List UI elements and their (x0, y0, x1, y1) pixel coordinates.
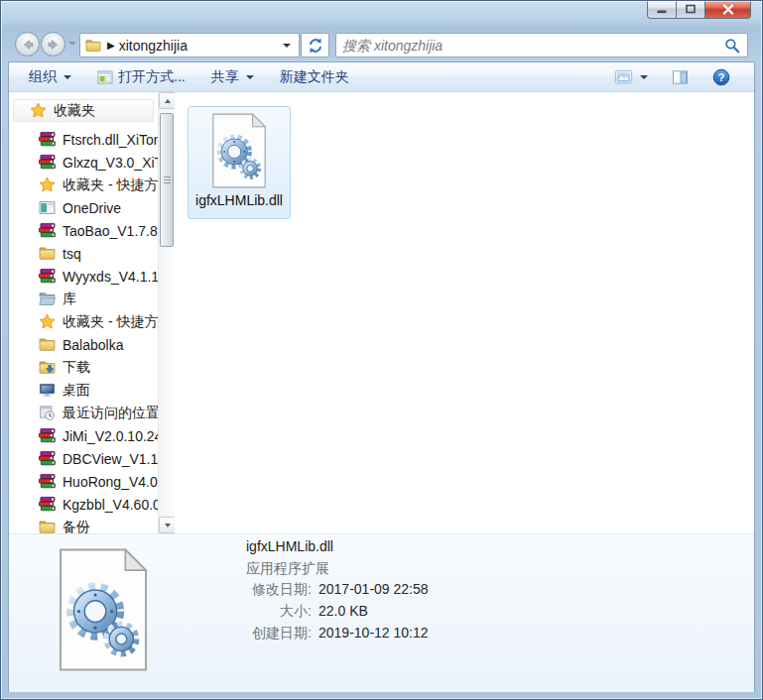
preview-pane-button[interactable] (666, 65, 695, 89)
sidebar-item-label: 最近访问的位置 (63, 405, 158, 422)
winrar-archive-icon (39, 222, 56, 239)
toolbar-left-group: 组织 打开方式... 共享 新建文件夹 (9, 65, 355, 89)
scrollbar-grip (164, 176, 171, 184)
favorites-star-icon (30, 102, 47, 119)
organize-button[interactable]: 组织 (23, 65, 77, 89)
sidebar-item[interactable]: DBCView_V1.1_Xi (9, 447, 158, 470)
sidebar-item[interactable]: 库 (9, 288, 158, 310)
sidebar-item-label: DBCView_V1.1_Xi (63, 451, 158, 467)
search-icon[interactable] (724, 38, 740, 54)
open-with-label: 打开方式... (118, 68, 186, 86)
close-icon (722, 4, 734, 15)
sidebar-group-header[interactable]: 收藏夹 (13, 99, 154, 122)
sidebar-item[interactable]: Glxzq_V3.0_XiTo (9, 151, 158, 174)
file-name-label: igfxLHMLib.dll (195, 192, 283, 208)
chevron-down-icon (640, 75, 648, 79)
sidebar-item-label: Kgzbbl_V4.60.0.5 (63, 497, 158, 513)
new-folder-label: 新建文件夹 (280, 68, 349, 86)
address-bar[interactable]: ▶ xitongzhijia (79, 33, 300, 58)
refresh-icon (308, 38, 323, 54)
scroll-down-button[interactable] (159, 517, 176, 533)
size-value: 22.0 KB (318, 603, 368, 621)
recent-places-icon (39, 405, 56, 421)
open-with-icon (97, 69, 113, 85)
sidebar-item[interactable]: 备份 (9, 516, 158, 533)
sidebar-item-label: HuoRong_V4.0.5 (63, 474, 158, 490)
scroll-up-button[interactable] (159, 92, 176, 109)
details-file-name: igfxLHMLib.dll (246, 538, 333, 554)
minimize-button[interactable] (647, 0, 677, 19)
change-view-button[interactable] (608, 65, 654, 89)
sidebar-item-label: 收藏夹 - 快捷方式 (63, 176, 158, 194)
refresh-button[interactable] (301, 33, 329, 58)
sidebar-item-label: OneDrive (63, 200, 121, 216)
sidebar-item[interactable]: JiMi_V2.0.10.24_1 (9, 424, 158, 447)
onedrive-icon (39, 199, 56, 216)
forward-button[interactable] (41, 32, 65, 57)
details-file-type: 应用程序扩展 (246, 560, 329, 578)
new-folder-button[interactable]: 新建文件夹 (274, 65, 355, 89)
share-button[interactable]: 共享 (205, 65, 260, 89)
size-label: 大小: (158, 603, 312, 621)
sidebar-item[interactable]: Balabolka (9, 333, 158, 356)
views-icon (614, 69, 633, 85)
sidebar-item[interactable]: 桌面 (9, 379, 158, 402)
sidebar-item[interactable]: Ftsrch.dll_XiTong (9, 128, 158, 151)
sidebar-item[interactable]: 收藏夹 - 快捷方式 (9, 310, 158, 333)
details-pane: igfxLHMLib.dll 应用程序扩展 修改日期: 2017-01-09 2… (9, 533, 754, 692)
scrollbar-thumb[interactable] (160, 113, 174, 247)
sidebar-item[interactable]: tsq (9, 242, 158, 265)
sidebar-item[interactable]: 下载 (9, 356, 158, 379)
sidebar-item[interactable]: Wyyxds_V4.1.1.1 (9, 265, 158, 288)
forward-arrow-icon (46, 37, 62, 53)
breadcrumb-separator: ▶ (107, 40, 115, 51)
sidebar-item-label: 备份 (63, 519, 90, 534)
sidebar-scrollbar[interactable] (158, 92, 175, 533)
sidebar-item-label: TaoBao_V1.7.8.1 (63, 223, 158, 239)
sidebar-item[interactable]: 收藏夹 - 快捷方式 (9, 174, 158, 196)
winrar-archive-icon (39, 131, 56, 148)
folder-icon (39, 336, 56, 353)
nav-history-dropdown[interactable] (68, 42, 76, 46)
folder-icon (39, 519, 56, 533)
sidebar-item-label: Balabolka (63, 337, 124, 353)
desktop-icon (39, 382, 56, 399)
favorites-star-icon (39, 313, 56, 330)
search-input[interactable] (336, 38, 724, 54)
created-date-value: 2019-10-12 10:12 (318, 625, 429, 642)
favorites-star-icon (39, 176, 56, 193)
open-with-button[interactable]: 打开方式... (91, 65, 191, 89)
sidebar-item-label: 下载 (63, 359, 90, 377)
maximize-button[interactable] (677, 0, 705, 19)
sidebar-item-label: 收藏夹 (54, 102, 95, 120)
winrar-archive-icon (39, 427, 56, 444)
selected-file-item[interactable]: igfxLHMLib.dll (188, 106, 291, 219)
sidebar-item[interactable]: Kgzbbl_V4.60.0.5 (9, 493, 158, 516)
sidebar-item[interactable]: 最近访问的位置 (9, 402, 158, 424)
address-dropdown-icon[interactable] (283, 44, 291, 48)
explorer-client-area: 组织 打开方式... 共享 新建文件夹 (8, 61, 755, 692)
organize-label: 组织 (29, 68, 57, 86)
sidebar-item[interactable]: OneDrive (9, 196, 158, 219)
navigation-pane: 收藏夹Ftsrch.dll_XiTongGlxzq_V3.0_XiTo收藏夹 -… (9, 92, 158, 533)
file-list-area[interactable]: igfxLHMLib.dll (175, 92, 754, 533)
details-row-modified: 修改日期: 2017-01-09 22:58 (158, 581, 429, 599)
sidebar-item-label: Glxzq_V3.0_XiTo (63, 155, 158, 171)
close-button[interactable] (705, 0, 751, 19)
modified-date-label: 修改日期: (158, 581, 312, 599)
help-button[interactable] (706, 65, 736, 89)
modified-date-value: 2017-01-09 22:58 (318, 581, 429, 599)
breadcrumb[interactable]: xitongzhijia (119, 38, 188, 54)
navigation-bar: ▶ xitongzhijia (8, 30, 755, 59)
folder-icon (85, 38, 101, 54)
sidebar-item-label: 桌面 (63, 382, 90, 400)
sidebar-item-label: tsq (63, 246, 81, 262)
folder-icon (39, 245, 56, 262)
sidebar-item-label: Ftsrch.dll_XiTong (63, 132, 158, 148)
back-button[interactable] (15, 32, 40, 57)
sidebar-item[interactable]: TaoBao_V1.7.8.1 (9, 219, 158, 242)
window-controls (647, 0, 751, 19)
chevron-down-icon (246, 75, 254, 79)
sidebar-item[interactable]: HuoRong_V4.0.5 (9, 470, 158, 493)
help-icon (712, 68, 730, 86)
